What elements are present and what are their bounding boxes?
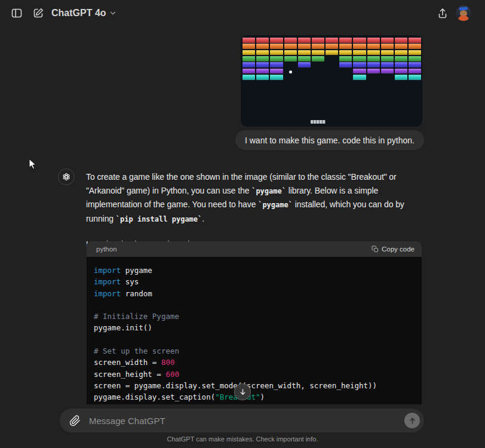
mouse-cursor: [29, 158, 37, 170]
code-line: screen_height = 600: [94, 369, 415, 380]
game-brick: [367, 62, 380, 67]
game-brick: [298, 44, 311, 49]
openai-logo-icon: [61, 171, 72, 182]
game-brick: [256, 56, 269, 62]
game-brick: [270, 44, 283, 49]
copy-code-button[interactable]: Copy code: [372, 246, 415, 253]
share-button[interactable]: [433, 4, 452, 23]
game-brick: [242, 69, 255, 74]
send-button[interactable]: [404, 413, 420, 428]
chevron-down-icon: [109, 9, 117, 17]
game-brick: [367, 44, 380, 49]
game-brick: [381, 62, 394, 67]
code-line: screen_width = 800: [94, 357, 415, 368]
game-brick: [381, 56, 394, 62]
game-brick: [339, 62, 352, 67]
game-brick: [353, 44, 366, 49]
top-bar: ChatGPT 4o: [0, 0, 485, 26]
code-block-header: python Copy code: [87, 241, 422, 257]
game-brick: [353, 69, 366, 74]
game-brick: [270, 38, 283, 43]
code-line: screen = pygame.display.set_mode((screen…: [94, 380, 415, 391]
game-brick: [367, 56, 380, 62]
game-brick: [284, 38, 297, 43]
game-brick: [326, 44, 338, 49]
model-selector[interactable]: ChatGPT 4o: [51, 5, 117, 21]
arrow-down-icon: [238, 388, 247, 397]
game-brick: [242, 38, 255, 43]
game-brick: [353, 56, 366, 62]
game-brick: [312, 38, 324, 43]
game-brick: [312, 50, 324, 56]
game-brick: [298, 62, 311, 67]
game-brick: [339, 38, 352, 43]
user-avatar[interactable]: [456, 5, 471, 21]
arrow-up-icon: [408, 416, 417, 425]
game-paddle: [311, 120, 326, 124]
game-brick: [353, 38, 366, 43]
game-brick: [381, 44, 394, 49]
code-line: pygame.display.set_caption("Breakout"): [94, 391, 415, 403]
attached-game-image[interactable]: [241, 35, 422, 127]
code-line: [94, 299, 415, 311]
game-brick: [367, 69, 380, 74]
game-brick: [256, 38, 269, 43]
model-selector-label: ChatGPT 4o: [51, 8, 106, 19]
new-chat-icon: [32, 7, 44, 19]
game-brick: [256, 62, 269, 67]
sidebar-toggle-button[interactable]: [7, 4, 26, 23]
game-brick: [270, 50, 283, 56]
code-language-label: python: [96, 246, 117, 253]
code-line: # Initialize Pygame: [94, 311, 415, 322]
attach-file-button[interactable]: [67, 413, 82, 428]
game-brick: [242, 44, 255, 49]
code-line: import pygame: [94, 265, 415, 276]
sidebar-toggle-icon: [11, 7, 23, 19]
share-icon: [437, 7, 449, 19]
game-brick: [395, 56, 407, 62]
game-brick: [284, 44, 297, 49]
code-content[interactable]: import pygameimport sysimport random # I…: [87, 257, 422, 404]
game-brick: [242, 56, 255, 62]
game-brick: [409, 62, 421, 67]
game-brick: [339, 50, 352, 56]
game-brick: [284, 56, 297, 62]
game-brick: [395, 38, 407, 43]
paperclip-icon: [69, 415, 81, 426]
game-brick: [270, 56, 283, 62]
game-brick: [395, 69, 407, 74]
game-brick: [298, 50, 311, 56]
game-brick: [409, 44, 421, 49]
game-brick: [353, 62, 366, 67]
game-brick: [381, 38, 394, 43]
game-brick: [339, 44, 352, 49]
game-brick: [395, 50, 407, 56]
game-brick: [270, 69, 283, 74]
game-ball: [289, 70, 292, 73]
copy-icon: [372, 246, 379, 253]
game-brick: [409, 50, 421, 56]
game-brick: [353, 75, 366, 80]
game-brick: [242, 62, 255, 67]
new-chat-button[interactable]: [29, 4, 48, 23]
scroll-to-bottom-button[interactable]: [234, 383, 251, 400]
user-message-text: I want to make this game. code this in p…: [245, 136, 415, 145]
code-block: python Copy code import pygameimport sys…: [87, 241, 422, 404]
code-line: pygame.init(): [94, 322, 415, 333]
game-brick: [270, 75, 283, 80]
game-brick: [270, 62, 283, 67]
game-brick: [256, 50, 269, 56]
avatar-graduation-cap: [459, 7, 468, 11]
game-brick: [409, 69, 421, 74]
game-brick: [256, 75, 269, 80]
game-brick: [256, 69, 269, 74]
user-message-bubble: I want to make this game. code this in p…: [235, 130, 424, 150]
game-brick: [284, 50, 297, 56]
message-input[interactable]: [88, 415, 404, 426]
game-brick: [409, 38, 421, 43]
game-brick: [339, 56, 352, 62]
assistant-paragraph-1: To create a game like the one shown in t…: [86, 170, 428, 226]
assistant-message: To create a game like the one shown in t…: [86, 170, 428, 251]
game-brick: [298, 38, 311, 43]
game-brick: [312, 44, 324, 49]
